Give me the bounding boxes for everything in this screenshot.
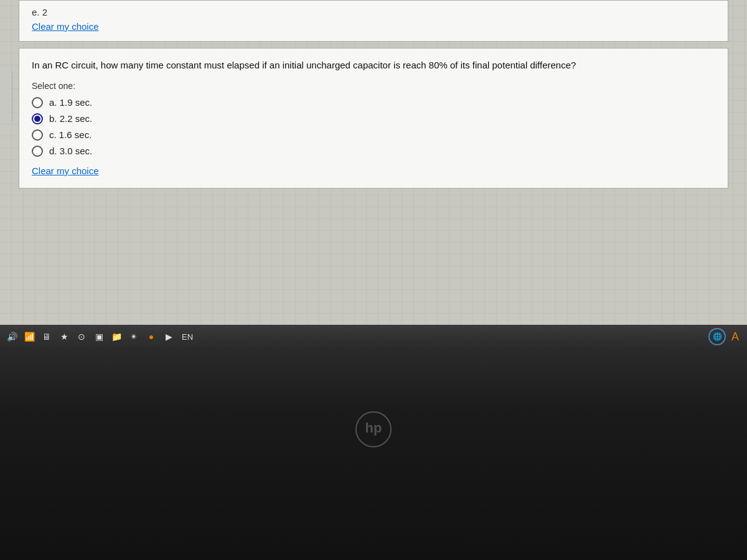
options-list: a. 1.9 sec. b. 2.2 sec. c. 1.6 sec. d. 3… xyxy=(32,97,715,157)
taskbar-right-area: 🌐 A xyxy=(708,328,742,345)
option-b[interactable]: b. 2.2 sec. xyxy=(32,113,715,124)
option-c[interactable]: c. 1.6 sec. xyxy=(32,129,715,141)
monitor-icon[interactable]: ▣ xyxy=(92,330,106,343)
svg-text:hp: hp xyxy=(365,420,382,436)
option-d-label: d. 3.0 sec. xyxy=(49,146,92,156)
laptop-body: hp xyxy=(0,348,747,560)
signal-icon: 📶 xyxy=(22,330,36,343)
network-icon[interactable]: 🖥 xyxy=(40,330,54,343)
top-card: e. 2 Clear my choice xyxy=(19,0,728,42)
option-d[interactable]: d. 3.0 sec. xyxy=(32,146,715,157)
previous-option-label: e. 2 xyxy=(32,7,715,17)
radio-c xyxy=(32,129,43,141)
taskbar: 🔊 📶 🖥 ★ ⊙ ▣ 📁 ✴ ● ▶ EN 🌐 A xyxy=(0,325,747,348)
radio-b-inner xyxy=(34,116,40,122)
radio-a xyxy=(32,97,43,108)
radio-b xyxy=(32,113,43,124)
option-c-label: c. 1.6 sec. xyxy=(49,129,92,140)
language-label: EN xyxy=(182,332,193,342)
hp-logo: hp xyxy=(355,411,392,448)
option-a-label: a. 1.9 sec. xyxy=(49,97,92,108)
notification-dot-icon: ● xyxy=(144,330,158,343)
option-a[interactable]: a. 1.9 sec. xyxy=(32,97,715,108)
left-tab xyxy=(0,72,12,121)
clear-my-choice-top-button[interactable]: Clear my choice xyxy=(32,21,99,32)
folder-icon[interactable]: 📁 xyxy=(110,330,123,343)
screen-area: e. 2 Clear my choice In an RC circuit, h… xyxy=(0,0,747,348)
app-icon-right[interactable]: A xyxy=(728,330,742,343)
clear-my-choice-bottom-button[interactable]: Clear my choice xyxy=(32,166,99,176)
bluetooth-icon[interactable]: ✴ xyxy=(127,330,141,343)
question-text: In an RC circuit, how many time constant… xyxy=(32,58,715,72)
volume-icon[interactable]: 🔊 xyxy=(5,330,19,343)
radio-d xyxy=(32,146,43,157)
question-card: In an RC circuit, how many time constant… xyxy=(19,48,728,189)
star-icon[interactable]: ★ xyxy=(57,330,71,343)
user-avatar-icon[interactable]: 🌐 xyxy=(708,328,726,345)
select-one-label: Select one: xyxy=(32,81,715,91)
option-b-label: b. 2.2 sec. xyxy=(49,113,92,124)
circle-icon[interactable]: ⊙ xyxy=(75,330,88,343)
arrow-icon[interactable]: ▶ xyxy=(162,330,176,343)
